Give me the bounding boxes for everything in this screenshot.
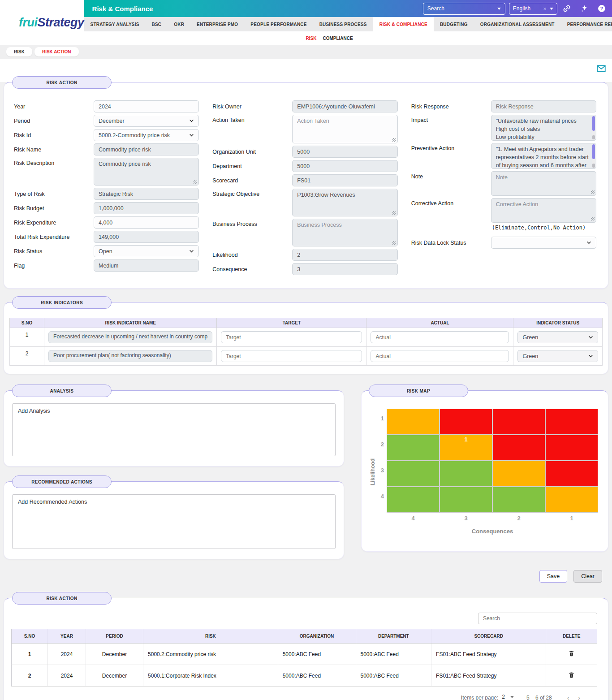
nav-tab-business-process[interactable]: BUSINESS PROCESS xyxy=(313,17,373,31)
nav-tab-organizational-assessment[interactable]: ORGANIZATIONAL ASSESSMENT xyxy=(474,17,561,31)
note-textarea[interactable]: Note xyxy=(491,171,596,196)
help-icon[interactable]: ? xyxy=(597,4,607,13)
column-header: YEAR xyxy=(48,629,86,644)
chevron-down-icon xyxy=(497,8,501,10)
section-title-risk-map: RISK MAP xyxy=(369,385,468,397)
riskmap-cell xyxy=(493,435,545,460)
column-header: S.NO xyxy=(12,629,48,644)
indicator-status-select[interactable]: Green xyxy=(517,350,598,362)
cell-department: 5000:ABC Feed xyxy=(356,644,431,665)
section-title-recommended-actions: RECOMMENDED ACTIONS xyxy=(12,475,112,488)
consequence-input xyxy=(292,263,397,275)
preventive-action-textarea[interactable]: "1. Meet with Agregators and trader repr… xyxy=(491,143,596,169)
riskmap-cell xyxy=(440,409,492,434)
table-row[interactable]: 1 2024 December 5000.2:Commodity price r… xyxy=(12,644,597,665)
delete-icon[interactable] xyxy=(568,671,575,678)
column-header: DEPARTMENT xyxy=(356,629,431,644)
mail-icon[interactable] xyxy=(597,65,606,72)
section-title-risk-indicators: RISK INDICATORS xyxy=(12,296,112,309)
risk-id-select[interactable]: 5000.2-Commodity price risk xyxy=(94,129,199,141)
impact-textarea[interactable]: "Unfavorable raw material prices High co… xyxy=(491,115,596,141)
field-label: Risk Name xyxy=(14,147,94,153)
recommended-actions-textarea[interactable]: Add Recommended Actions xyxy=(12,494,336,549)
nav-tab-performance-reporting[interactable]: PERFORMANCE REPORTING xyxy=(561,17,612,31)
field-label: Department xyxy=(212,163,292,169)
risk-data-lock-status-select[interactable] xyxy=(491,237,596,249)
period-select[interactable]: December xyxy=(94,115,199,127)
column-header: RISK xyxy=(143,629,278,644)
form-column-1: Year Period December Risk Id 5000.2-Comm… xyxy=(14,100,199,277)
strategic-objective-textarea: P1003:Grow Revenues xyxy=(292,189,397,216)
corrective-action-textarea[interactable]: Corrective Action xyxy=(491,198,596,223)
language-selector[interactable]: English × xyxy=(509,3,557,15)
column-header: PERIOD xyxy=(86,629,143,644)
riskmap-count-label: 1 xyxy=(464,436,467,460)
year-input[interactable] xyxy=(94,100,199,112)
indicator-name-input: Poor procurement plan( not factoring sea… xyxy=(48,350,212,362)
field-label: Consequence xyxy=(212,266,292,272)
risk-budget-input xyxy=(94,202,199,214)
risk-status-select[interactable]: Open xyxy=(94,245,199,257)
global-search[interactable]: Search xyxy=(423,3,505,15)
y-tick: 1 xyxy=(377,409,387,435)
column-header: S.NO xyxy=(10,318,44,328)
next-page-button[interactable]: › xyxy=(574,694,584,700)
indicator-actual-input[interactable] xyxy=(371,350,509,362)
riskmap-ylabel: Likelihood xyxy=(369,409,377,535)
analysis-textarea[interactable]: Add Analysis xyxy=(12,403,336,456)
cell-organization: 5000:ABC Feed xyxy=(278,644,356,665)
cell-period: December xyxy=(86,644,143,665)
action-taken-textarea[interactable]: Action Taken xyxy=(292,115,397,143)
previous-page-button[interactable]: ‹ xyxy=(564,694,573,700)
indicator-actual-input[interactable] xyxy=(371,331,509,343)
scrollbar[interactable] xyxy=(592,116,595,140)
y-tick: 2 xyxy=(377,435,387,461)
nav-tab-enterprise-pmo[interactable]: ENTERPRISE PMO xyxy=(190,17,244,31)
table-search-input[interactable] xyxy=(478,613,597,624)
field-label: Risk Budget xyxy=(14,205,94,212)
clear-button[interactable]: Clear xyxy=(573,570,602,583)
impact-text: "Unfavorable raw material prices High co… xyxy=(496,118,577,140)
indicator-sno: 2 xyxy=(10,347,44,366)
svg-text:?: ? xyxy=(600,6,603,11)
indicator-target-input[interactable] xyxy=(221,331,362,343)
field-label: Business Process xyxy=(212,221,292,227)
risk-expenditure-input[interactable] xyxy=(94,216,199,229)
link-icon[interactable] xyxy=(562,4,572,13)
cell-scorecard: FS01:ABC Feed Strategy xyxy=(431,665,546,687)
logo-frui: frui xyxy=(19,16,38,29)
field-label: Risk Id xyxy=(14,132,94,138)
nav-tab-strategy-analysis[interactable]: STRATEGY ANALYSIS xyxy=(84,17,146,31)
subtab-risk[interactable]: RISK xyxy=(306,36,317,41)
risk-description-textarea: Commodity price risk xyxy=(94,158,199,186)
global-search-placeholder: Search xyxy=(427,5,497,12)
table-row[interactable]: 2 2024 December 5000.1:Corporate Risk In… xyxy=(12,665,597,687)
top-gradient-bar: Risk & Compliance Search English × ? xyxy=(84,0,612,17)
nav-tab-okr[interactable]: OKR xyxy=(168,17,190,31)
scrollbar[interactable] xyxy=(592,144,595,168)
sparkles-icon[interactable] xyxy=(579,4,589,13)
corrective-action-hint: (Eliminate,Control,No Action) xyxy=(491,223,596,234)
field-label: Type of Risk xyxy=(14,191,94,197)
field-label: Risk Owner xyxy=(212,104,292,110)
subtab-compliance[interactable]: COMPLIANCE xyxy=(323,36,353,41)
indicator-status-select[interactable]: Green xyxy=(517,331,598,343)
nav-tab-budgeting[interactable]: BUDGETING xyxy=(434,17,474,31)
indicator-target-input[interactable] xyxy=(221,350,362,362)
field-label: Strategic Objective xyxy=(212,191,292,197)
clear-icon[interactable]: × xyxy=(543,5,547,12)
app-header: fruiStrategy Risk & Compliance Search En… xyxy=(0,0,612,45)
main-nav: STRATEGY ANALYSIS BSC OKR ENTERPRISE PMO… xyxy=(84,17,612,31)
save-button[interactable]: Save xyxy=(539,570,568,583)
page-tab-risk[interactable]: RISK xyxy=(6,47,32,56)
delete-icon[interactable] xyxy=(568,650,575,657)
page-tab-risk-action[interactable]: RISK ACTION xyxy=(34,47,79,56)
nav-tab-risk-compliance[interactable]: RISK & COMPLIANCE xyxy=(373,17,434,31)
page-tab-bar: RISK RISK ACTION xyxy=(0,45,612,59)
column-header: INDICATOR STATUS xyxy=(513,318,603,328)
nav-tab-people-performance[interactable]: PEOPLE PERFORMANCE xyxy=(244,17,313,31)
nav-tab-bsc[interactable]: BSC xyxy=(146,17,168,31)
logo: fruiStrategy xyxy=(0,0,84,45)
items-per-page-select[interactable]: 2 xyxy=(501,694,515,700)
field-label: Action Taken xyxy=(212,117,292,123)
